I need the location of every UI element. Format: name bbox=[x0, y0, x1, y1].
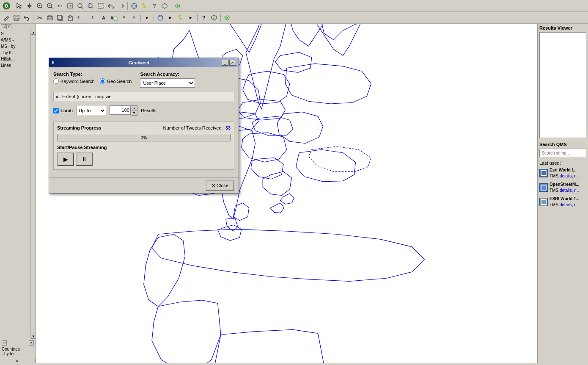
layer-section-2: □ ✕ Countries - by ter... bbox=[0, 339, 36, 358]
browser-btn[interactable] bbox=[156, 13, 165, 22]
layer-item-s[interactable]: S bbox=[1, 30, 30, 37]
dialog-minimize-btn[interactable]: _ bbox=[222, 60, 228, 66]
back-btn[interactable] bbox=[106, 1, 115, 11]
edit-btn[interactable] bbox=[2, 13, 11, 22]
scroll-down-btn[interactable]: ▼ bbox=[31, 334, 36, 339]
close-icon-1[interactable]: ✕ bbox=[6, 24, 11, 29]
label3-btn[interactable]: A bbox=[119, 13, 129, 22]
paste-btn[interactable] bbox=[66, 13, 75, 22]
search-accuracy-group: Search Accuracy: User Place Exact Locati… bbox=[140, 72, 195, 88]
tms-links-1[interactable]: details, r... bbox=[560, 174, 579, 178]
plugin-btn[interactable] bbox=[160, 1, 169, 11]
countries-sublabel[interactable]: - by ter... bbox=[2, 351, 34, 356]
close-icon-2[interactable]: ✕ bbox=[29, 340, 34, 346]
search-qms-input[interactable] bbox=[539, 149, 586, 157]
zoom-full-btn[interactable] bbox=[66, 1, 75, 11]
more-btn[interactable]: ► bbox=[143, 13, 152, 22]
sep-5 bbox=[97, 14, 97, 22]
add-layer-btn[interactable] bbox=[45, 13, 55, 22]
tms-icon-3 bbox=[539, 198, 548, 206]
svg-point-2 bbox=[5, 5, 7, 7]
results-viewer-title: Results Viewer bbox=[539, 25, 586, 30]
layer-item-wms[interactable]: WMS - bbox=[1, 37, 30, 43]
python-btn[interactable]: 🐍 bbox=[140, 1, 149, 11]
layer-item-hillsh[interactable]: Hillsh... bbox=[1, 56, 30, 62]
cursor-tool-btn[interactable] bbox=[15, 1, 24, 11]
keyword-search-radio[interactable]: Keyword Search bbox=[53, 78, 95, 84]
help-btn[interactable]: ? bbox=[150, 1, 159, 11]
undo-btn[interactable] bbox=[22, 13, 31, 22]
svg-line-10 bbox=[51, 7, 52, 8]
identify-btn[interactable] bbox=[76, 1, 85, 11]
save-btn[interactable] bbox=[12, 13, 21, 22]
zoom-out-btn[interactable] bbox=[45, 1, 55, 11]
scroll-up-btn[interactable]: ▲ bbox=[31, 30, 36, 35]
sep-4 bbox=[33, 14, 33, 22]
streaming-title: Streaming Progress bbox=[57, 125, 102, 130]
limit-input-group: 100 ▲ ▼ bbox=[110, 105, 137, 116]
limit-checkbox-label[interactable]: Limit: bbox=[53, 108, 73, 113]
layer-item-lines[interactable]: Lines bbox=[1, 62, 30, 69]
copy-btn[interactable] bbox=[55, 13, 65, 22]
tms-name-1: Esri World I... bbox=[550, 167, 579, 173]
limit-type-dropdown[interactable]: Up To Exactly At Least bbox=[77, 106, 106, 115]
tms-type-3: TMS details, r... bbox=[550, 202, 579, 208]
forward-btn[interactable] bbox=[116, 1, 126, 11]
redo-fwd-btn[interactable] bbox=[86, 13, 95, 22]
tms-item-esri-world[interactable]: Esri World I... TMS details, r... bbox=[539, 167, 586, 179]
pan-tool-btn[interactable] bbox=[25, 1, 34, 11]
accuracy-dropdown[interactable]: User Place Exact Location City Country bbox=[140, 78, 195, 88]
limit-spinner-up[interactable]: ▲ bbox=[131, 106, 137, 111]
layer-item-ms[interactable]: MS - by bbox=[1, 43, 30, 50]
pause-btn[interactable]: ⏸ bbox=[76, 152, 93, 166]
redo-back-btn[interactable] bbox=[76, 13, 85, 22]
globe-btn[interactable] bbox=[129, 1, 139, 11]
dialog-body: Search Type: Keyword Search Geo Search bbox=[49, 67, 239, 177]
limit-checkbox-input[interactable] bbox=[53, 108, 59, 113]
geo-search-radio[interactable]: Geo Search bbox=[100, 78, 132, 84]
tms-item-openstreetmap[interactable]: OpenStreetM... TMS details, r... bbox=[539, 182, 586, 194]
countries-label[interactable]: Countries bbox=[2, 347, 34, 351]
collapse-icon-2[interactable]: □ bbox=[2, 340, 7, 346]
svg-rect-20 bbox=[98, 3, 103, 8]
collapse-icon-1[interactable]: □ bbox=[1, 24, 6, 29]
streaming-buttons: ▶ ⏸ bbox=[57, 152, 231, 166]
select-btn[interactable] bbox=[86, 1, 95, 11]
keyword-radio-input[interactable] bbox=[53, 78, 59, 84]
sep-9 bbox=[220, 14, 221, 22]
svg-line-18 bbox=[92, 7, 93, 8]
tms-links-3[interactable]: details, r... bbox=[560, 202, 579, 207]
python2-btn[interactable]: 🐍 bbox=[176, 13, 185, 22]
zoom-actual-btn[interactable]: 1:1 bbox=[55, 1, 65, 11]
expand-left-btn[interactable]: ► bbox=[0, 358, 36, 363]
geo-radio-input[interactable] bbox=[100, 78, 105, 84]
label4-btn[interactable]: A bbox=[129, 13, 139, 22]
zoom-in-btn[interactable] bbox=[35, 1, 44, 11]
label-btn[interactable]: A bbox=[99, 13, 108, 22]
limit-label: Limit: bbox=[60, 108, 73, 113]
qgis-logo-btn[interactable] bbox=[2, 1, 11, 11]
tms-item-esri-world-topo[interactable]: ESRI World T... TMS details, r... bbox=[539, 196, 586, 208]
gps-btn[interactable] bbox=[223, 13, 232, 22]
shield-btn[interactable]: ✓ bbox=[209, 13, 219, 22]
extent-row[interactable]: ► Extent (current: map vie bbox=[53, 92, 234, 101]
plugin2-btn[interactable]: ► bbox=[186, 13, 195, 22]
layer-section-2-header: □ ✕ bbox=[1, 340, 35, 346]
help2-btn[interactable]: ? bbox=[199, 13, 209, 22]
layer-item-byth[interactable]: - by th bbox=[1, 50, 30, 56]
svg-rect-19 bbox=[88, 4, 90, 6]
tms-links-2[interactable]: details, r... bbox=[560, 188, 579, 193]
svg-point-15 bbox=[78, 3, 82, 8]
limit-spinner-down[interactable]: ▼ bbox=[131, 111, 137, 115]
map-area[interactable]: ⠿ Geotweet _ ✕ Search Type: bbox=[36, 24, 537, 363]
play-btn[interactable]: ▶ bbox=[57, 152, 74, 166]
svg-rect-29 bbox=[15, 18, 18, 20]
debug-btn[interactable]: ► bbox=[166, 13, 175, 22]
tracking-btn[interactable] bbox=[173, 1, 182, 11]
scissors-btn[interactable]: ✂ bbox=[35, 13, 44, 22]
deselect-btn[interactable] bbox=[96, 1, 105, 11]
limit-value-input[interactable]: 100 bbox=[110, 105, 131, 115]
dialog-close-btn[interactable]: ✕ bbox=[229, 60, 236, 66]
label2-btn[interactable]: A bbox=[109, 13, 118, 22]
close-button[interactable]: ✕ Close bbox=[206, 180, 234, 191]
